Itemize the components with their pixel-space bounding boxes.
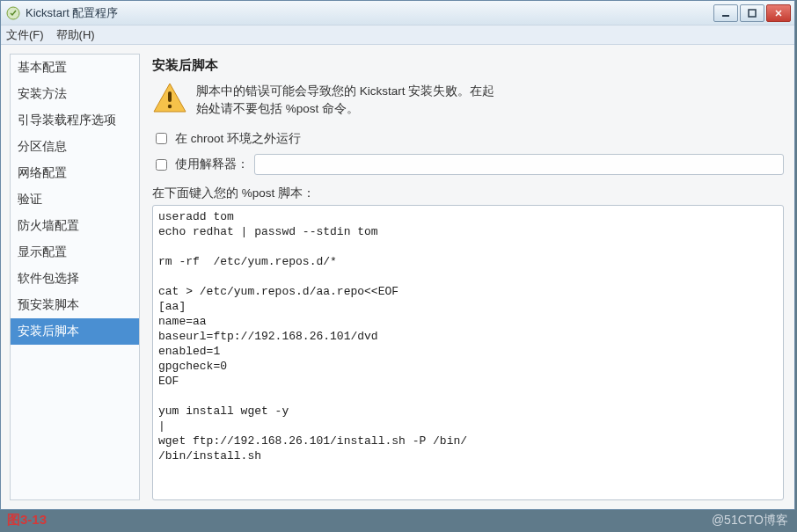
figure-caption: 图3-13 [7,512,47,528]
sidebar-item-prescript[interactable]: 预安装脚本 [11,292,139,318]
chroot-row: 在 chroot 环境之外运行 [152,130,784,147]
sidebar-item-display[interactable]: 显示配置 [11,239,139,266]
svg-rect-4 [168,91,172,102]
chroot-label: 在 chroot 环境之外运行 [175,131,301,147]
maximize-button[interactable] [740,4,764,22]
main-panel: 安装后脚本 脚本中的错误可能会导致您的 Kickstart 安装失败。在起 始处… [150,54,786,500]
chroot-checkbox[interactable] [156,133,167,144]
titlebar: Kickstart 配置程序 [1,1,794,26]
svg-rect-2 [749,10,756,17]
sidebar-item-network[interactable]: 网络配置 [11,160,139,186]
sidebar-item-partition[interactable]: 分区信息 [11,134,139,160]
interpreter-input[interactable] [254,154,784,175]
sidebar-item-packages[interactable]: 软件包选择 [11,266,139,292]
warning-icon [152,81,187,116]
interpreter-label: 使用解释器： [175,157,249,172]
interpreter-checkbox[interactable] [156,159,167,171]
window: Kickstart 配置程序 文件(F) 帮助(H) 基本配置 安装方法 引导装… [0,0,795,510]
window-title: Kickstart 配置程序 [26,5,713,21]
close-button[interactable] [766,4,791,22]
watermark: @51CTO博客 [712,513,788,528]
sidebar-item-firewall[interactable]: 防火墙配置 [11,213,139,239]
menu-file[interactable]: 文件(F) [6,27,44,43]
app-icon [6,6,20,20]
svg-point-5 [168,105,172,108]
sidebar-item-basic[interactable]: 基本配置 [11,55,139,81]
menu-help[interactable]: 帮助(H) [56,27,95,43]
sidebar-item-install[interactable]: 安装方法 [11,81,139,107]
warning-text: 脚本中的错误可能会导致您的 Kickstart 安装失败。在起 始处请不要包括 … [196,81,494,118]
window-buttons [713,4,791,22]
sidebar-item-bootloader[interactable]: 引导装载程序选项 [11,107,139,134]
body: 基本配置 安装方法 引导装载程序选项 分区信息 网络配置 验证 防火墙配置 显示… [1,45,794,509]
sidebar: 基本配置 安装方法 引导装载程序选项 分区信息 网络配置 验证 防火墙配置 显示… [10,54,140,500]
post-script-textarea[interactable] [152,205,784,500]
svg-rect-1 [722,15,729,17]
script-label: 在下面键入您的 %post 脚本： [152,186,784,201]
minimize-button[interactable] [713,4,738,22]
sidebar-item-auth[interactable]: 验证 [11,186,139,213]
menubar: 文件(F) 帮助(H) [1,26,794,45]
warning-line2: 始处请不要包括 %post 命令。 [196,102,359,115]
sidebar-item-postscript[interactable]: 安装后脚本 [11,318,139,345]
page-title: 安装后脚本 [152,57,784,74]
warning-line1: 脚本中的错误可能会导致您的 Kickstart 安装失败。在起 [196,84,494,98]
interpreter-row: 使用解释器： [152,154,784,175]
warning-row: 脚本中的错误可能会导致您的 Kickstart 安装失败。在起 始处请不要包括 … [152,81,784,118]
